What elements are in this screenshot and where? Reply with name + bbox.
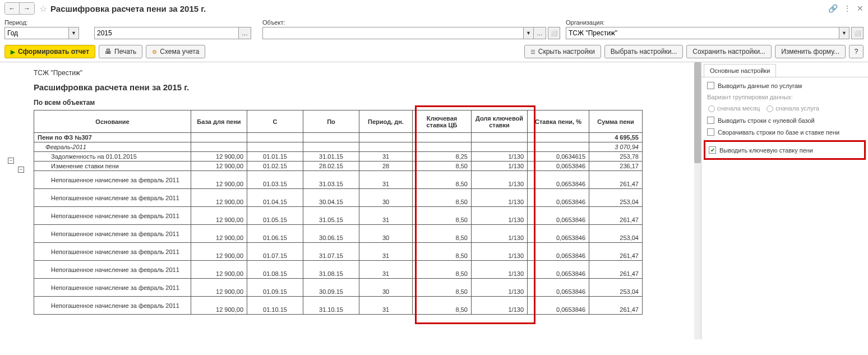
- table-row[interactable]: Непогашенное начисление за февраль 2011 …: [34, 261, 643, 279]
- th-po: По: [303, 110, 359, 133]
- group-row-1[interactable]: Пени по ФЗ №307 4 695,55: [34, 133, 643, 142]
- th-rate: Ставка пени, %: [528, 110, 589, 133]
- object-label: Объект:: [262, 19, 560, 26]
- checkbox-icon: [707, 117, 714, 124]
- org-expand[interactable]: ⬜: [851, 27, 864, 39]
- period-type-input[interactable]: [4, 27, 69, 39]
- print-button[interactable]: 🖶 Печать: [99, 45, 142, 58]
- filterbar: Период: ▼ … Объект: ▼ … ⬜ Организация: ▼…: [0, 17, 868, 42]
- table-row[interactable]: Изменение ставки пени 12 900,00 01.02.15…: [34, 162, 643, 171]
- table-row[interactable]: Задолженность на 01.01.2015 12 900,00 01…: [34, 152, 643, 162]
- checkbox-icon: [707, 82, 714, 89]
- chk-collapse-rows[interactable]: Сворачивать строки по базе и ставке пени: [707, 128, 862, 136]
- menu-dots-icon[interactable]: ⋮: [843, 4, 851, 13]
- th-share: Доля ключевой ставки: [472, 110, 528, 133]
- settings-tab-main[interactable]: Основные настройки: [704, 64, 776, 77]
- save-settings-button[interactable]: Сохранить настройки...: [686, 45, 772, 58]
- form-report-button[interactable]: ▶ Сформировать отчет: [4, 45, 95, 58]
- list-icon: ☰: [530, 49, 535, 55]
- th-sum: Сумма пени: [589, 110, 643, 133]
- page-title: Расшифровка расчета пени за 2015 г.: [50, 4, 206, 13]
- th-c: С: [247, 110, 303, 133]
- th-key-rate: Ключевая ставка ЦБ: [413, 110, 472, 133]
- printer-icon: 🖶: [105, 48, 112, 56]
- org-dropdown[interactable]: ▼: [839, 27, 849, 39]
- nav-back-button[interactable]: ←: [5, 3, 20, 14]
- favorite-star-icon[interactable]: ☆: [39, 3, 47, 14]
- vertical-scrollbar[interactable]: [694, 62, 701, 339]
- table-row[interactable]: Непогашенное начисление за февраль 2011 …: [34, 297, 643, 315]
- report-title: Расшифровка расчета пени за 2015 г.: [34, 82, 694, 92]
- group-row-2[interactable]: Февраль-2011 3 070,94: [34, 142, 643, 152]
- period-year-select[interactable]: …: [239, 27, 251, 39]
- table-row[interactable]: Непогашенное начисление за февраль 2011 …: [34, 243, 643, 261]
- period-year-input[interactable]: [94, 27, 239, 39]
- scroll-thumb[interactable]: [694, 62, 701, 163]
- object-input[interactable]: [262, 27, 524, 39]
- period-type-dropdown[interactable]: ▼: [69, 27, 79, 39]
- report-pane: − − ТСЖ "Престиж" Расшифровка расчета пе…: [0, 62, 701, 339]
- object-select[interactable]: …: [534, 27, 546, 39]
- chk-by-services[interactable]: Выводить данные по услугам: [707, 82, 862, 89]
- change-form-button[interactable]: Изменить форму...: [775, 45, 846, 58]
- link-icon[interactable]: 🔗: [828, 4, 838, 13]
- table-row[interactable]: Непогашенное начисление за февраль 2011 …: [34, 171, 643, 189]
- hide-settings-button[interactable]: ☰ Скрыть настройки: [524, 45, 601, 58]
- close-icon[interactable]: ✕: [857, 4, 864, 13]
- table-row[interactable]: Непогашенное начисление за февраль 2011 …: [34, 225, 643, 243]
- play-icon: ▶: [11, 49, 15, 55]
- nav-forward-button[interactable]: →: [20, 3, 34, 14]
- report-subtitle: По всем объектам: [34, 99, 694, 107]
- th-osn: Основание: [34, 110, 191, 133]
- table-row[interactable]: Непогашенное начисление за февраль 2011 …: [34, 189, 643, 207]
- object-dropdown[interactable]: ▼: [524, 27, 534, 39]
- object-expand[interactable]: ⬜: [548, 27, 560, 39]
- checkbox-icon: [707, 128, 714, 136]
- choose-settings-button[interactable]: Выбрать настройки...: [604, 45, 683, 58]
- radio-month-first: сначала месяц: [708, 105, 760, 112]
- radio-service-first: сначала услуга: [767, 105, 819, 112]
- org-label: Организация:: [566, 19, 864, 26]
- chk-show-key-rate[interactable]: ✔ Выводить ключевую ставку пени: [709, 146, 861, 154]
- org-input[interactable]: [566, 27, 839, 39]
- th-base: База для пени: [191, 110, 247, 133]
- table-row[interactable]: Непогашенное начисление за февраль 2011 …: [34, 279, 643, 297]
- chk-zero-rows[interactable]: Выводить строки с нулевой базой: [707, 117, 862, 124]
- data-table: Основание База для пени С По Период, дн.…: [34, 110, 643, 315]
- checkbox-checked-icon: ✔: [709, 146, 716, 154]
- period-label: Период:: [4, 19, 89, 26]
- scheme-button[interactable]: ⚙ Схема учета: [146, 45, 205, 58]
- table-row[interactable]: Непогашенное начисление за февраль 2011 …: [34, 207, 643, 225]
- toolbar: ▶ Сформировать отчет 🖶 Печать ⚙ Схема уч…: [0, 42, 868, 62]
- group-variant-label: Вариант группировки данных:: [707, 94, 862, 100]
- nav-buttons: ← →: [4, 2, 35, 15]
- settings-panel: Основные настройки Выводить данные по ус…: [701, 62, 868, 339]
- th-period: Период, дн.: [359, 110, 413, 133]
- content-area: − − ТСЖ "Престиж" Расшифровка расчета пе…: [0, 62, 868, 339]
- help-button[interactable]: ?: [849, 45, 864, 58]
- scheme-icon: ⚙: [152, 49, 157, 55]
- titlebar: ← → ☆ Расшифровка расчета пени за 2015 г…: [0, 0, 868, 17]
- report-org-name: ТСЖ "Престиж": [34, 69, 694, 77]
